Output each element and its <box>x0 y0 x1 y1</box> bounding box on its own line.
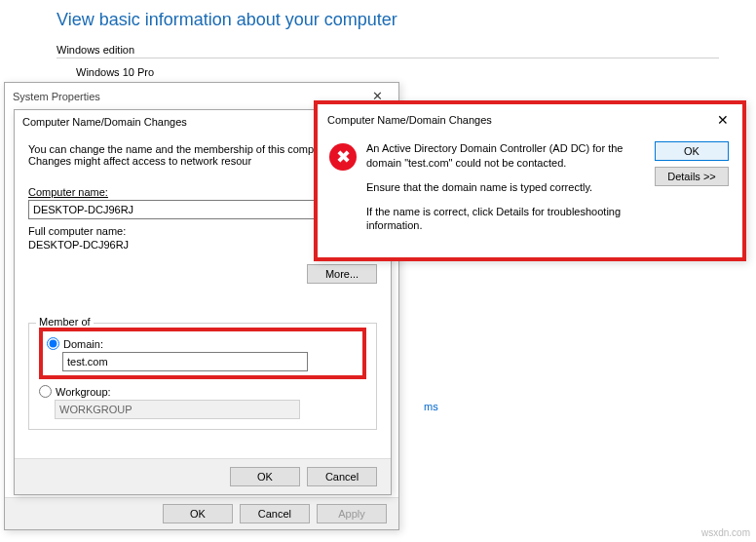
workgroup-radio[interactable] <box>39 385 52 398</box>
close-icon[interactable]: ✕ <box>709 112 737 128</box>
button-column: OK Details >> <box>655 141 733 233</box>
details-button[interactable]: Details >> <box>655 167 729 186</box>
button-row: OK Cancel Apply <box>5 497 398 529</box>
button-row: OK Cancel <box>15 458 391 494</box>
section-header: Windows edition <box>57 44 737 58</box>
window-title: Computer Name/Domain Changes <box>327 114 492 126</box>
watermark: wsxdn.com <box>701 527 750 538</box>
error-line3: If the name is correct, click Details fo… <box>366 205 647 234</box>
ok-button[interactable]: OK <box>163 504 233 523</box>
error-line1: An Active Directory Domain Controller (A… <box>366 141 647 171</box>
workgroup-input <box>55 400 300 419</box>
apply-button[interactable]: Apply <box>317 504 387 523</box>
more-button[interactable]: More... <box>307 264 377 284</box>
window-title: System Properties <box>13 91 100 102</box>
error-icon: ✖ <box>329 143 357 171</box>
divider <box>57 58 719 58</box>
terms-link[interactable]: ms <box>424 401 438 412</box>
page-title: View basic information about your comput… <box>57 10 737 30</box>
error-message: An Active Directory Domain Controller (A… <box>366 141 647 233</box>
domain-label: Domain: <box>63 338 103 350</box>
error-line2: Ensure that the domain name is typed cor… <box>366 180 647 195</box>
domain-highlight: Domain: <box>39 328 366 379</box>
domain-input[interactable] <box>62 352 308 371</box>
ok-button[interactable]: OK <box>655 141 729 161</box>
window-title: Computer Name/Domain Changes <box>22 116 187 128</box>
ok-button[interactable]: OK <box>230 467 300 486</box>
cancel-button[interactable]: Cancel <box>307 467 377 486</box>
member-of-group: Member of Domain: Workgroup: <box>28 323 377 430</box>
os-name: Windows 10 Pro <box>76 66 737 78</box>
domain-radio[interactable] <box>47 337 59 350</box>
workgroup-label: Workgroup: <box>56 386 111 398</box>
member-of-legend: Member of <box>36 316 94 328</box>
error-dialog: Computer Name/Domain Changes ✕ ✖ An Acti… <box>314 100 746 261</box>
cancel-button[interactable]: Cancel <box>240 504 310 523</box>
titlebar: Computer Name/Domain Changes ✕ <box>318 104 742 136</box>
